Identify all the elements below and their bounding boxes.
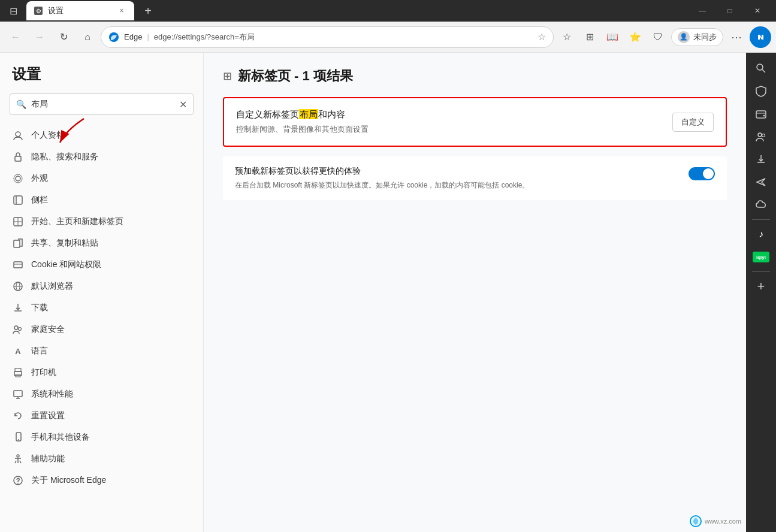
sidebar-item-start[interactable]: 开始、主页和新建标签页 <box>0 211 203 232</box>
downloads-icon <box>12 302 24 314</box>
people-icon-btn[interactable] <box>750 126 772 147</box>
sidebar-item-family[interactable]: 家庭安全 <box>0 319 203 340</box>
printing-icon <box>12 367 24 379</box>
back-btn[interactable]: ← <box>5 26 26 48</box>
sidebar-item-mobile[interactable]: 手机和其他设备 <box>0 427 203 448</box>
sidebar-item-cookies[interactable]: Cookie 和网站权限 <box>0 254 203 276</box>
sync-label: 未同步 <box>693 32 717 43</box>
result-title-highlight: 布局 <box>299 109 318 119</box>
sidebar-item-profile[interactable]: 个人资料 <box>0 125 203 146</box>
appearance-label: 外观 <box>31 173 48 184</box>
favorites-icon[interactable]: ☆ <box>538 31 546 43</box>
svg-rect-14 <box>14 240 20 247</box>
more-menu-btn[interactable]: ⋯ <box>726 26 747 48</box>
language-icon: A <box>12 345 24 357</box>
sidebar-item-reset[interactable]: 重置设置 <box>0 405 203 427</box>
family-label: 家庭安全 <box>31 324 65 335</box>
bing-chat-btn[interactable] <box>750 26 771 48</box>
settings-title: 设置 <box>0 65 203 93</box>
refresh-btn[interactable]: ↻ <box>53 26 74 48</box>
wallet-icon-btn[interactable] <box>750 103 772 125</box>
svg-point-20 <box>14 326 18 330</box>
sidebar-item-appearance[interactable]: 外观 <box>0 168 203 189</box>
tab-close-btn[interactable]: × <box>116 5 127 16</box>
result-card: 自定义新标签页布局和内容 控制新闻源、背景图像和其他页面设置 自定义 <box>223 97 727 147</box>
profile-icon <box>12 129 24 141</box>
svg-rect-25 <box>14 391 22 397</box>
collections-btn[interactable]: ⊞ <box>579 26 600 48</box>
default-browser-label: 默认浏览器 <box>31 281 73 292</box>
language-label: 语言 <box>31 346 48 356</box>
preload-toggle[interactable] <box>689 167 715 180</box>
system-icon <box>12 388 24 400</box>
privacy-label: 隐私、搜索和服务 <box>31 152 98 162</box>
svg-point-8 <box>14 174 22 183</box>
search-box[interactable]: 🔍 ✕ <box>10 93 194 115</box>
page-header-icon: ⊞ <box>223 69 232 83</box>
svg-text:⚙: ⚙ <box>36 8 41 14</box>
sidebar-item-default-browser[interactable]: 默认浏览器 <box>0 276 203 297</box>
address-brand: Edge <box>124 32 142 41</box>
maximize-btn[interactable]: □ <box>716 0 744 22</box>
zoom-icon-btn[interactable] <box>750 58 772 79</box>
minimize-btn[interactable]: — <box>689 0 716 22</box>
sidebar-item-system[interactable]: 系统和性能 <box>0 383 203 405</box>
favorites-list-btn[interactable]: ⭐ <box>624 26 646 48</box>
page-header: ⊞ 新标签页 - 1 项结果 <box>223 67 727 85</box>
svg-rect-35 <box>756 111 766 118</box>
add-extension-btn[interactable]: + <box>750 276 772 297</box>
sidebar-item-privacy[interactable]: 隐私、搜索和服务 <box>0 146 203 168</box>
send-icon-btn[interactable] <box>750 171 772 193</box>
sync-btn[interactable]: 👤 未同步 <box>671 28 723 46</box>
iqiyi-icon-btn[interactable]: iqiyi <box>750 246 772 268</box>
shield-icon-btn[interactable] <box>750 80 772 102</box>
family-icon <box>12 324 24 335</box>
share-label: 共享、复制和粘贴 <box>31 238 98 249</box>
accessibility-label: 辅助功能 <box>31 454 65 464</box>
mobile-icon <box>12 431 24 443</box>
sidebar-item-accessibility[interactable]: 辅助功能 <box>0 448 203 470</box>
mobile-label: 手机和其他设备 <box>31 432 90 443</box>
sidebar-item-printing[interactable]: 打印机 <box>0 362 203 383</box>
cookies-icon <box>12 259 24 271</box>
sidebar-item-about[interactable]: 关于 Microsoft Edge <box>0 470 203 491</box>
sidebar-label: 侧栏 <box>31 195 48 205</box>
result-title-prefix: 自定义新标签页 <box>236 109 299 119</box>
address-bar[interactable]: Edge | edge://settings/?search=布局 ☆ <box>101 26 554 48</box>
browser-tab[interactable]: ⚙ 设置 × <box>26 1 134 20</box>
tiktok-icon-btn[interactable]: ♪ <box>750 223 772 245</box>
browser-essentials-btn[interactable]: 🛡 <box>647 26 669 48</box>
sidebar-item-share[interactable]: 共享、复制和粘贴 <box>0 232 203 254</box>
home-btn[interactable]: ⌂ <box>77 26 98 48</box>
new-tab-btn[interactable]: + <box>139 2 157 20</box>
cookies-label: Cookie 和网站权限 <box>31 259 101 270</box>
sidebar-item-language[interactable]: A 语言 <box>0 340 203 362</box>
accessibility-icon <box>12 453 24 465</box>
svg-rect-9 <box>14 196 22 204</box>
preload-desc: 在后台加载 Microsoft 新标签页以加快速度。如果允许 cookie，加载… <box>235 180 679 191</box>
start-icon <box>12 216 24 228</box>
sync-avatar: 👤 <box>678 31 690 43</box>
svg-point-36 <box>763 115 765 117</box>
page-title: 新标签页 - 1 项结果 <box>238 67 353 85</box>
sidebar-item-downloads[interactable]: 下载 <box>0 297 203 319</box>
svg-point-21 <box>19 328 22 331</box>
forward-btn[interactable]: → <box>29 26 50 48</box>
favorites-btn[interactable]: ☆ <box>556 26 578 48</box>
search-clear-icon[interactable]: ✕ <box>179 99 187 110</box>
cloud-icon-btn[interactable] <box>750 194 772 216</box>
reading-view-btn[interactable]: 📖 <box>602 26 623 48</box>
search-icon: 🔍 <box>16 99 26 109</box>
svg-point-29 <box>18 439 19 440</box>
svg-rect-6 <box>15 156 21 161</box>
printing-label: 打印机 <box>31 367 56 378</box>
search-input[interactable] <box>31 99 174 109</box>
close-btn[interactable]: ✕ <box>744 0 771 22</box>
default-browser-icon <box>12 280 24 292</box>
sidebar-item-sidebar[interactable]: 侧栏 <box>0 189 203 211</box>
reset-icon <box>12 410 24 422</box>
download-icon-btn[interactable] <box>750 149 772 170</box>
customize-btn[interactable]: 自定义 <box>672 113 714 132</box>
result-item-desc: 控制新闻源、背景图像和其他页面设置 <box>236 124 663 135</box>
sidebar-toggle-btn[interactable]: ⊟ <box>5 2 22 19</box>
